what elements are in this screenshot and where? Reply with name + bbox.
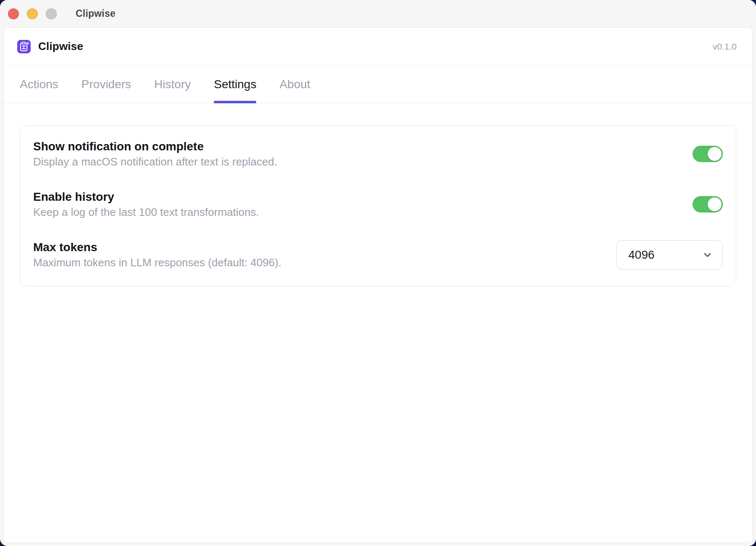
setting-title: Enable history [33, 189, 259, 205]
setting-description: Display a macOS notification after text … [33, 155, 277, 169]
notification-toggle[interactable] [693, 146, 723, 162]
titlebar: Clipwise [0, 0, 756, 27]
setting-row-max-tokens: Max tokens Maximum tokens in LLM respons… [33, 240, 723, 270]
tab-providers[interactable]: Providers [81, 66, 131, 103]
minimize-window-button[interactable] [27, 8, 38, 19]
app-title: Clipwise [38, 40, 83, 53]
dropdown-value: 4096 [628, 248, 654, 262]
settings-card: Show notification on complete Display a … [20, 125, 736, 286]
app-header: Clipwise v0.1.0 [4, 28, 752, 66]
setting-text: Show notification on complete Display a … [33, 139, 277, 169]
tab-settings[interactable]: Settings [214, 66, 256, 103]
setting-text: Enable history Keep a log of the last 10… [33, 189, 259, 219]
setting-title: Max tokens [33, 240, 281, 255]
main-panel: Clipwise v0.1.0 Actions Providers Histor… [3, 27, 753, 543]
zoom-window-button[interactable] [46, 8, 57, 19]
close-window-button[interactable] [8, 8, 19, 19]
setting-description: Keep a log of the last 100 text transfor… [33, 205, 259, 219]
traffic-lights [8, 8, 57, 19]
history-toggle[interactable] [693, 196, 723, 213]
tab-about[interactable]: About [279, 66, 310, 103]
clipboard-sparkle-icon [17, 40, 31, 53]
setting-row-notification: Show notification on complete Display a … [33, 139, 723, 169]
toggle-knob [708, 197, 722, 211]
app-window: Clipwise Clipwise v0.1.0 Actions Provide… [0, 0, 756, 546]
setting-title: Show notification on complete [33, 139, 277, 154]
toggle-knob [708, 147, 722, 161]
max-tokens-dropdown[interactable]: 4096 [616, 240, 723, 270]
version-label: v0.1.0 [713, 42, 737, 52]
window-title: Clipwise [76, 8, 116, 19]
chevron-down-icon [702, 249, 713, 260]
setting-description: Maximum tokens in LLM responses (default… [33, 255, 281, 270]
tab-actions[interactable]: Actions [20, 66, 58, 103]
tab-bar: Actions Providers History Settings About [4, 66, 752, 103]
tab-history[interactable]: History [154, 66, 191, 103]
setting-row-history: Enable history Keep a log of the last 10… [33, 189, 723, 219]
settings-panel: Show notification on complete Display a … [4, 103, 752, 543]
setting-text: Max tokens Maximum tokens in LLM respons… [33, 240, 281, 270]
